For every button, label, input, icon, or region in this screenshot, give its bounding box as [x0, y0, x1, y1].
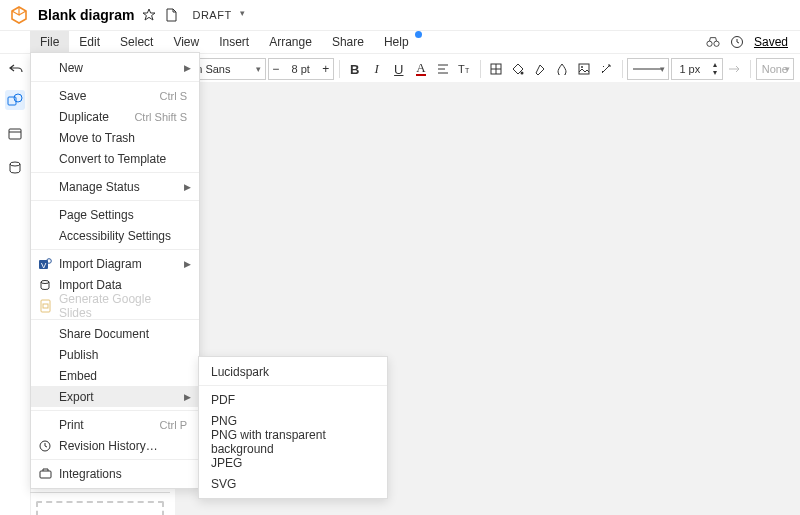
- svg-text:V: V: [41, 261, 47, 270]
- status-select[interactable]: DRAFT: [186, 7, 245, 23]
- export-png-transparent[interactable]: PNG with transparent background: [199, 431, 387, 452]
- svg-rect-24: [43, 304, 48, 308]
- svg-text:T: T: [458, 63, 465, 75]
- menu-item-page-settings[interactable]: Page Settings: [31, 204, 199, 225]
- svg-point-22: [41, 280, 49, 283]
- export-submenu: Lucidspark PDF PNG PNG with transparent …: [198, 356, 388, 499]
- magic-button[interactable]: [596, 57, 616, 81]
- svg-point-1: [714, 41, 719, 46]
- menu-item-export[interactable]: Export▶: [31, 386, 199, 407]
- menu-item-publish[interactable]: Publish: [31, 344, 199, 365]
- font-size-value[interactable]: 8 pt: [283, 63, 319, 75]
- document-title[interactable]: Blank diagram: [38, 7, 134, 23]
- menu-file[interactable]: File: [30, 31, 69, 53]
- svg-point-8: [581, 66, 583, 68]
- chevron-right-icon: ▶: [184, 259, 191, 269]
- droplet-button[interactable]: [552, 57, 572, 81]
- font-size-stepper[interactable]: − 8 pt +: [268, 58, 334, 80]
- star-icon[interactable]: [142, 8, 156, 22]
- line-width-value[interactable]: 1 px: [672, 63, 708, 75]
- svg-rect-23: [41, 300, 50, 312]
- rail-shapes-icon[interactable]: [5, 90, 25, 110]
- menu-view[interactable]: View: [163, 31, 209, 53]
- export-svg[interactable]: SVG: [199, 473, 387, 494]
- app-logo: [8, 4, 30, 26]
- undo-icon[interactable]: [6, 57, 26, 81]
- saved-status[interactable]: Saved: [754, 35, 788, 49]
- increase-font-button[interactable]: +: [319, 62, 333, 76]
- menu-item-convert-template[interactable]: Convert to Template: [31, 148, 199, 169]
- visio-icon: V: [37, 257, 53, 271]
- database-icon: [37, 279, 53, 291]
- export-pdf[interactable]: PDF: [199, 389, 387, 410]
- menu-item-duplicate[interactable]: DuplicateCtrl Shift S: [31, 106, 199, 127]
- menu-item-new[interactable]: New▶: [31, 57, 199, 78]
- page-icon[interactable]: [164, 8, 178, 22]
- menu-item-revision-history[interactable]: Revision History…: [31, 435, 199, 456]
- rail-container-icon[interactable]: [5, 124, 25, 144]
- svg-point-6: [521, 72, 524, 75]
- highlight-button[interactable]: [530, 57, 550, 81]
- rail-data-icon[interactable]: [5, 158, 25, 178]
- menu-item-print[interactable]: PrintCtrl P: [31, 414, 199, 435]
- text-color-button[interactable]: A: [411, 57, 431, 81]
- text-size-button[interactable]: TT: [455, 57, 475, 81]
- menu-help[interactable]: Help: [374, 31, 419, 53]
- chevron-right-icon: ▶: [184, 63, 191, 73]
- svg-rect-26: [40, 471, 51, 478]
- menu-item-google-slides: Generate Google Slides: [31, 295, 199, 316]
- clock-icon[interactable]: [730, 35, 744, 49]
- italic-button[interactable]: I: [367, 57, 387, 81]
- chevron-right-icon: ▶: [184, 392, 191, 402]
- export-lucidspark[interactable]: Lucidspark: [199, 361, 387, 382]
- shape-fill-select[interactable]: None: [756, 58, 794, 80]
- menu-item-save[interactable]: SaveCtrl S: [31, 85, 199, 106]
- line-style-select[interactable]: [627, 58, 668, 80]
- menu-insert[interactable]: Insert: [209, 31, 259, 53]
- briefcase-icon: [37, 468, 53, 479]
- svg-point-14: [10, 162, 20, 166]
- arrow-style-button[interactable]: [725, 57, 745, 81]
- image-button[interactable]: [574, 57, 594, 81]
- help-notification-dot: [415, 31, 422, 38]
- find-icon[interactable]: [706, 35, 720, 49]
- menu-item-accessibility[interactable]: Accessibility Settings: [31, 225, 199, 246]
- chevron-right-icon: ▶: [184, 182, 191, 192]
- line-width-stepper[interactable]: 1 px ▴▾: [671, 58, 723, 80]
- slides-icon: [37, 299, 53, 313]
- fill-color-button[interactable]: [508, 57, 528, 81]
- bold-button[interactable]: B: [345, 57, 365, 81]
- line-width-up[interactable]: ▴▾: [708, 61, 722, 77]
- svg-point-0: [707, 41, 712, 46]
- menu-item-manage-status[interactable]: Manage Status▶: [31, 176, 199, 197]
- align-button[interactable]: [433, 57, 453, 81]
- menu-item-integrations[interactable]: Integrations: [31, 463, 199, 484]
- menu-share[interactable]: Share: [322, 31, 374, 53]
- decrease-font-button[interactable]: −: [269, 62, 283, 76]
- svg-rect-7: [579, 64, 589, 74]
- menu-item-embed[interactable]: Embed: [31, 365, 199, 386]
- menu-item-share-document[interactable]: Share Document: [31, 323, 199, 344]
- svg-point-11: [14, 94, 22, 102]
- menu-item-import-diagram[interactable]: VImport Diagram▶: [31, 253, 199, 274]
- menu-item-trash[interactable]: Move to Trash: [31, 127, 199, 148]
- underline-button[interactable]: U: [389, 57, 409, 81]
- menu-arrange[interactable]: Arrange: [259, 31, 322, 53]
- svg-rect-12: [9, 129, 21, 139]
- menu-edit[interactable]: Edit: [69, 31, 110, 53]
- file-menu-dropdown: New▶ SaveCtrl S DuplicateCtrl Shift S Mo…: [30, 52, 200, 489]
- layout-grid-button[interactable]: [486, 57, 506, 81]
- clock-icon: [37, 440, 53, 452]
- svg-text:T: T: [465, 67, 470, 74]
- menu-select[interactable]: Select: [110, 31, 163, 53]
- saved-shapes-dropzone[interactable]: TT: [36, 501, 164, 515]
